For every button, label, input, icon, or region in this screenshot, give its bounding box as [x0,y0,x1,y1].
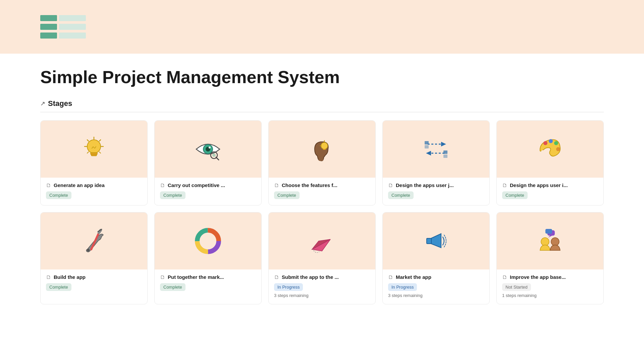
card-title: Choose the features f... [282,182,337,188]
svg-marker-22 [441,142,446,146]
doc-icon: 🗋 [274,274,279,280]
svg-rect-24 [425,145,429,148]
status-badge: In Progress [274,283,303,291]
main-content: Simple Project Management System ↗ Stage… [0,54,644,331]
svg-marker-49 [548,236,552,238]
card-title: Carry out competitive ... [168,182,225,188]
card-title: Design the apps user i... [510,182,568,188]
card-marketing[interactable]: 🗋 Put together the mark... Complete [154,212,262,304]
svg-point-14 [212,154,216,157]
doc-icon: 🗋 [388,182,393,188]
steps-remaining: 3 steps remaining [388,293,484,298]
steps-remaining: 3 steps remaining [274,293,370,298]
svg-line-9 [99,152,101,153]
card-submit-app[interactable]: 🗋 Submit the app to the ... In Progress … [268,212,376,304]
card-build-app[interactable]: 🗋 Build the app Complete [40,212,148,304]
card-body: 🗋 Build the app Complete [41,269,147,297]
card-title: Generate an app idea [54,182,105,188]
svg-point-50 [551,238,559,246]
card-image-plane [269,213,375,269]
svg-point-43 [201,234,215,248]
card-image-piechart [155,213,261,269]
svg-point-30 [549,139,553,143]
card-competitive-analysis[interactable]: 🗋 Carry out competitive ... Complete [154,120,262,205]
svg-line-6 [87,140,89,141]
card-image-bulb [41,121,147,178]
card-improve-app[interactable]: 🗋 Improve the app base... Not Started 1 … [496,212,604,304]
card-image-head [269,121,375,178]
status-badge: Not Started [502,283,531,291]
svg-rect-23 [425,141,429,144]
card-market-app[interactable]: 🗋 Market the app In Progress 3 steps rem… [382,212,490,304]
svg-rect-46 [427,238,431,244]
card-body: 🗋 Carry out competitive ... Complete [155,178,261,205]
status-badge: Complete [388,191,414,199]
logo-bar-2 [40,24,86,30]
card-design-user-interface[interactable]: 🗋 Design the apps user i... Complete [496,120,604,205]
svg-rect-16 [319,158,323,161]
card-generate-app-idea[interactable]: 🗋 Generate an app idea Complete [40,120,148,205]
svg-point-31 [554,141,558,145]
header-banner [0,0,644,54]
card-body: 🗋 Put together the mark... Complete [155,269,261,297]
doc-icon: 🗋 [274,182,279,188]
card-image-tools [41,213,147,269]
logo-bar-green [40,33,57,39]
steps-remaining: 1 steps remaining [502,293,598,298]
card-image-palette [497,121,603,178]
card-title: Design the apps user j... [396,182,454,188]
card-body: 🗋 Choose the features f... Complete [269,178,375,205]
status-badge: Complete [160,191,185,199]
svg-point-17 [321,142,328,149]
section-title: Stages [48,99,72,108]
card-choose-features[interactable]: 🗋 Choose the features f... Complete [268,120,376,205]
doc-icon: 🗋 [46,182,51,188]
section-header: ↗ Stages [40,99,604,112]
logo-bar-light [59,15,86,21]
logo-bar-light [59,24,86,30]
card-body: 🗋 Design the apps user j... Complete [383,178,489,205]
card-title: Build the app [54,274,86,280]
svg-rect-51 [545,229,552,234]
svg-rect-28 [443,155,447,158]
card-body: 🗋 Submit the app to the ... In Progress … [269,269,375,304]
card-title: Improve the app base... [510,274,566,280]
cards-row-1: 🗋 Generate an app idea Complete [40,120,604,205]
svg-rect-27 [443,150,447,154]
card-image-eye [155,121,261,178]
svg-rect-2 [91,154,97,156]
doc-icon: 🗋 [388,274,393,280]
card-image-megaphone [383,213,489,269]
card-image-arrows [383,121,489,178]
svg-point-12 [209,146,211,148]
logo-bar-green [40,24,57,30]
logo-bar-3 [40,33,86,39]
card-design-user-journey[interactable]: 🗋 Design the apps user j... Complete [382,120,490,205]
status-badge: In Progress [388,283,417,291]
svg-marker-26 [426,151,431,156]
svg-point-0 [87,140,101,153]
svg-point-32 [556,147,560,151]
status-badge: Complete [46,191,71,199]
svg-rect-18 [323,149,326,150]
logo-bar-green [40,15,57,21]
status-badge: Complete [274,191,300,199]
status-badge: Complete [46,283,71,291]
svg-point-29 [543,141,547,145]
svg-point-33 [541,150,544,154]
svg-line-8 [87,152,89,153]
status-badge: Complete [502,191,528,199]
card-title: Market the app [396,274,431,280]
doc-icon: 🗋 [502,182,507,188]
card-body: 🗋 Improve the app base... Not Started 1 … [497,269,603,304]
svg-point-47 [541,238,549,246]
card-title: Put together the mark... [168,274,224,280]
doc-icon: 🗋 [160,182,165,188]
logo-bar-1 [40,15,86,21]
card-body: 🗋 Market the app In Progress 3 steps rem… [383,269,489,304]
svg-point-34 [87,249,90,251]
doc-icon: 🗋 [160,274,165,280]
svg-line-7 [99,140,101,141]
doc-icon: 🗋 [502,274,507,280]
section-arrow: ↗ [40,100,45,107]
